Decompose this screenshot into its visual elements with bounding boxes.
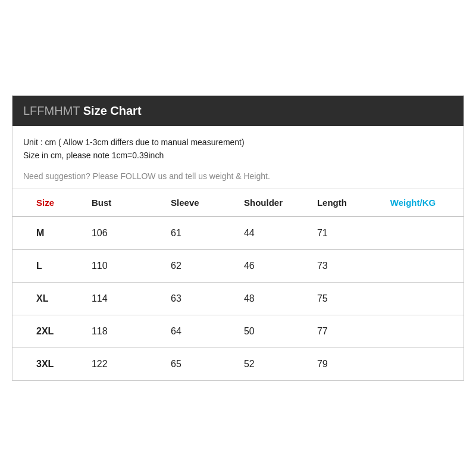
info-suggestion: Need suggestion? Please FOLLOW us and te… (23, 170, 453, 183)
cell-sleeve: 63 (165, 283, 238, 315)
cell-shoulder: 50 (238, 315, 311, 348)
col-header-weight: Weight/KG (384, 189, 464, 217)
cell-shoulder: 48 (238, 283, 311, 315)
cell-weight (384, 217, 464, 250)
cell-weight (384, 348, 464, 381)
cell-bust: 114 (86, 283, 165, 315)
chart-header: LFFMHMT Size Chart (12, 96, 464, 126)
cell-shoulder: 52 (238, 348, 311, 381)
cell-bust: 122 (86, 348, 165, 381)
col-header-sleeve: Sleeve (165, 189, 238, 217)
table-row: L110624673 (12, 250, 464, 283)
table-row: 2XL118645077 (12, 315, 464, 348)
header-title: LFFMHMT Size Chart (23, 104, 142, 117)
chart-title: Size Chart (83, 104, 142, 117)
info-line1: Unit : cm ( Allow 1-3cm differs due to m… (23, 136, 453, 149)
col-header-bust: Bust (86, 189, 165, 217)
cell-sleeve: 62 (165, 250, 238, 283)
col-header-length: Length (311, 189, 384, 217)
cell-length: 73 (311, 250, 384, 283)
cell-shoulder: 44 (238, 217, 311, 250)
cell-size: 3XL (12, 348, 86, 381)
cell-length: 79 (311, 348, 384, 381)
info-line2: Size in cm, please note 1cm=0.39inch (23, 149, 453, 162)
cell-shoulder: 46 (238, 250, 311, 283)
cell-bust: 106 (86, 217, 165, 250)
brand-name: LFFMHMT (23, 104, 80, 117)
cell-size: 2XL (12, 315, 86, 348)
size-chart: LFFMHMT Size Chart Unit : cm ( Allow 1-3… (12, 95, 464, 381)
table-row: XL114634875 (12, 283, 464, 315)
size-table: Size Bust Sleeve Shoulder Length Weight/… (12, 189, 464, 380)
cell-size: L (12, 250, 86, 283)
table-row: 3XL122655279 (12, 348, 464, 381)
cell-weight (384, 250, 464, 283)
cell-bust: 118 (86, 315, 165, 348)
cell-length: 77 (311, 315, 384, 348)
cell-size: M (12, 217, 86, 250)
cell-weight (384, 283, 464, 315)
cell-sleeve: 64 (165, 315, 238, 348)
table-header-row: Size Bust Sleeve Shoulder Length Weight/… (12, 189, 464, 217)
cell-size: XL (12, 283, 86, 315)
table-row: M106614471 (12, 217, 464, 250)
cell-sleeve: 61 (165, 217, 238, 250)
cell-length: 71 (311, 217, 384, 250)
col-header-shoulder: Shoulder (238, 189, 311, 217)
cell-sleeve: 65 (165, 348, 238, 381)
cell-length: 75 (311, 283, 384, 315)
col-header-size: Size (12, 189, 86, 217)
cell-weight (384, 315, 464, 348)
cell-bust: 110 (86, 250, 165, 283)
chart-info: Unit : cm ( Allow 1-3cm differs due to m… (12, 126, 464, 189)
